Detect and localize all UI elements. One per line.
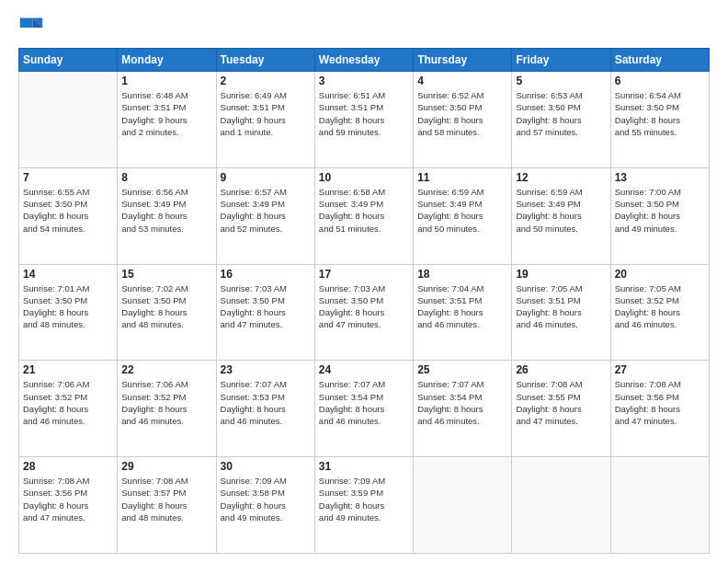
day-cell: 2Sunrise: 6:49 AMSunset: 3:51 PMDaylight… [216, 72, 314, 168]
day-number: 6 [615, 75, 705, 87]
day-cell: 5Sunrise: 6:53 AMSunset: 3:50 PMDaylight… [512, 72, 610, 168]
day-cell: 30Sunrise: 7:09 AMSunset: 3:58 PMDayligh… [216, 457, 314, 554]
day-cell: 29Sunrise: 7:08 AMSunset: 3:57 PMDayligh… [118, 457, 216, 554]
day-info: Sunrise: 7:07 AMSunset: 3:54 PMDaylight:… [417, 378, 507, 427]
day-number: 8 [121, 171, 211, 184]
day-cell: 12Sunrise: 6:59 AMSunset: 3:49 PMDayligh… [512, 167, 610, 264]
day-number: 16 [221, 268, 311, 281]
day-cell: 24Sunrise: 7:07 AMSunset: 3:54 PMDayligh… [314, 361, 413, 457]
day-info: Sunrise: 7:01 AMSunset: 3:50 PMDaylight:… [23, 282, 113, 331]
col-header-thursday: Thursday [414, 49, 512, 72]
calendar-table: SundayMondayTuesdayWednesdayThursdayFrid… [18, 48, 710, 554]
day-info: Sunrise: 6:59 AMSunset: 3:49 PMDaylight:… [417, 186, 507, 235]
day-cell: 23Sunrise: 7:07 AMSunset: 3:53 PMDayligh… [216, 361, 314, 457]
day-cell: 11Sunrise: 6:59 AMSunset: 3:49 PMDayligh… [414, 167, 512, 264]
day-cell: 19Sunrise: 7:05 AMSunset: 3:51 PMDayligh… [512, 264, 610, 361]
day-number: 1 [121, 75, 211, 87]
day-cell [19, 72, 118, 168]
col-header-friday: Friday [512, 49, 610, 72]
day-number: 31 [319, 460, 409, 473]
day-number: 7 [23, 171, 113, 184]
day-cell [512, 457, 610, 554]
day-info: Sunrise: 7:09 AMSunset: 3:58 PMDaylight:… [221, 475, 311, 523]
day-cell: 27Sunrise: 7:08 AMSunset: 3:56 PMDayligh… [610, 361, 709, 457]
col-header-monday: Monday [118, 49, 216, 72]
day-info: Sunrise: 6:48 AMSunset: 3:51 PMDaylight:… [121, 89, 211, 138]
day-number: 14 [23, 268, 113, 281]
col-header-sunday: Sunday [19, 49, 118, 72]
day-info: Sunrise: 6:49 AMSunset: 3:51 PMDaylight:… [221, 89, 311, 138]
week-row-4: 28Sunrise: 7:08 AMSunset: 3:56 PMDayligh… [19, 457, 710, 554]
col-header-tuesday: Tuesday [216, 49, 314, 72]
day-cell: 7Sunrise: 6:55 AMSunset: 3:50 PMDaylight… [19, 167, 118, 264]
day-cell: 9Sunrise: 6:57 AMSunset: 3:49 PMDaylight… [216, 167, 314, 264]
day-number: 30 [221, 460, 311, 473]
day-info: Sunrise: 7:00 AMSunset: 3:50 PMDaylight:… [615, 186, 705, 235]
day-number: 13 [615, 171, 705, 184]
day-number: 17 [319, 268, 409, 281]
day-number: 21 [23, 363, 113, 376]
header-row: SundayMondayTuesdayWednesdayThursdayFrid… [19, 49, 710, 72]
day-number: 22 [121, 363, 211, 376]
week-row-1: 7Sunrise: 6:55 AMSunset: 3:50 PMDaylight… [19, 167, 710, 264]
day-info: Sunrise: 6:54 AMSunset: 3:50 PMDaylight:… [615, 89, 705, 138]
day-cell: 20Sunrise: 7:05 AMSunset: 3:52 PMDayligh… [610, 264, 709, 361]
week-row-2: 14Sunrise: 7:01 AMSunset: 3:50 PMDayligh… [19, 264, 710, 361]
day-cell: 15Sunrise: 7:02 AMSunset: 3:50 PMDayligh… [118, 264, 216, 361]
day-info: Sunrise: 7:07 AMSunset: 3:54 PMDaylight:… [319, 378, 409, 427]
day-number: 19 [516, 268, 606, 281]
day-cell: 28Sunrise: 7:08 AMSunset: 3:56 PMDayligh… [19, 457, 118, 554]
day-info: Sunrise: 7:08 AMSunset: 3:56 PMDaylight:… [23, 475, 113, 523]
day-info: Sunrise: 7:08 AMSunset: 3:55 PMDaylight:… [516, 378, 606, 427]
day-info: Sunrise: 6:51 AMSunset: 3:51 PMDaylight:… [319, 89, 409, 138]
day-cell: 1Sunrise: 6:48 AMSunset: 3:51 PMDaylight… [118, 72, 216, 168]
day-cell: 6Sunrise: 6:54 AMSunset: 3:50 PMDaylight… [610, 72, 709, 168]
day-info: Sunrise: 6:57 AMSunset: 3:49 PMDaylight:… [221, 186, 311, 235]
day-cell [414, 457, 512, 554]
day-info: Sunrise: 7:08 AMSunset: 3:56 PMDaylight:… [615, 378, 705, 427]
day-cell: 22Sunrise: 7:06 AMSunset: 3:52 PMDayligh… [118, 361, 216, 457]
week-row-3: 21Sunrise: 7:06 AMSunset: 3:52 PMDayligh… [19, 361, 710, 457]
day-info: Sunrise: 7:06 AMSunset: 3:52 PMDaylight:… [23, 378, 113, 427]
day-info: Sunrise: 7:04 AMSunset: 3:51 PMDaylight:… [417, 282, 507, 331]
week-row-0: 1Sunrise: 6:48 AMSunset: 3:51 PMDaylight… [19, 72, 710, 168]
day-number: 27 [615, 363, 705, 376]
day-number: 20 [615, 268, 705, 281]
day-cell: 4Sunrise: 6:52 AMSunset: 3:50 PMDaylight… [414, 72, 512, 168]
day-number: 9 [221, 171, 311, 184]
day-info: Sunrise: 6:59 AMSunset: 3:49 PMDaylight:… [516, 186, 606, 235]
day-cell: 31Sunrise: 7:09 AMSunset: 3:59 PMDayligh… [314, 457, 413, 554]
day-cell: 21Sunrise: 7:06 AMSunset: 3:52 PMDayligh… [19, 361, 118, 457]
day-info: Sunrise: 7:05 AMSunset: 3:52 PMDaylight:… [615, 282, 705, 331]
day-cell: 3Sunrise: 6:51 AMSunset: 3:51 PMDaylight… [314, 72, 413, 168]
day-info: Sunrise: 6:56 AMSunset: 3:49 PMDaylight:… [121, 186, 211, 235]
day-cell: 16Sunrise: 7:03 AMSunset: 3:50 PMDayligh… [216, 264, 314, 361]
day-info: Sunrise: 6:55 AMSunset: 3:50 PMDaylight:… [23, 186, 113, 235]
day-cell: 14Sunrise: 7:01 AMSunset: 3:50 PMDayligh… [19, 264, 118, 361]
day-cell: 8Sunrise: 6:56 AMSunset: 3:49 PMDaylight… [118, 167, 216, 264]
day-info: Sunrise: 7:03 AMSunset: 3:50 PMDaylight:… [319, 282, 409, 331]
col-header-wednesday: Wednesday [314, 49, 413, 72]
day-number: 3 [319, 75, 409, 87]
day-number: 23 [221, 363, 311, 376]
day-number: 28 [23, 460, 113, 473]
page: SundayMondayTuesdayWednesdayThursdayFrid… [0, 0, 728, 563]
day-number: 26 [516, 363, 606, 376]
day-number: 2 [221, 75, 311, 87]
day-number: 25 [417, 363, 507, 376]
day-number: 29 [121, 460, 211, 473]
logo-icon [18, 15, 44, 40]
day-cell: 13Sunrise: 7:00 AMSunset: 3:50 PMDayligh… [610, 167, 709, 264]
day-info: Sunrise: 7:02 AMSunset: 3:50 PMDaylight:… [121, 282, 211, 331]
day-number: 11 [417, 171, 507, 184]
day-number: 15 [121, 268, 211, 281]
day-number: 18 [417, 268, 507, 281]
day-cell [610, 457, 709, 554]
logo [18, 15, 48, 40]
day-cell: 18Sunrise: 7:04 AMSunset: 3:51 PMDayligh… [414, 264, 512, 361]
day-cell: 25Sunrise: 7:07 AMSunset: 3:54 PMDayligh… [414, 361, 512, 457]
day-cell: 17Sunrise: 7:03 AMSunset: 3:50 PMDayligh… [314, 264, 413, 361]
day-cell: 10Sunrise: 6:58 AMSunset: 3:49 PMDayligh… [314, 167, 413, 264]
day-number: 10 [319, 171, 409, 184]
day-info: Sunrise: 7:05 AMSunset: 3:51 PMDaylight:… [516, 282, 606, 331]
